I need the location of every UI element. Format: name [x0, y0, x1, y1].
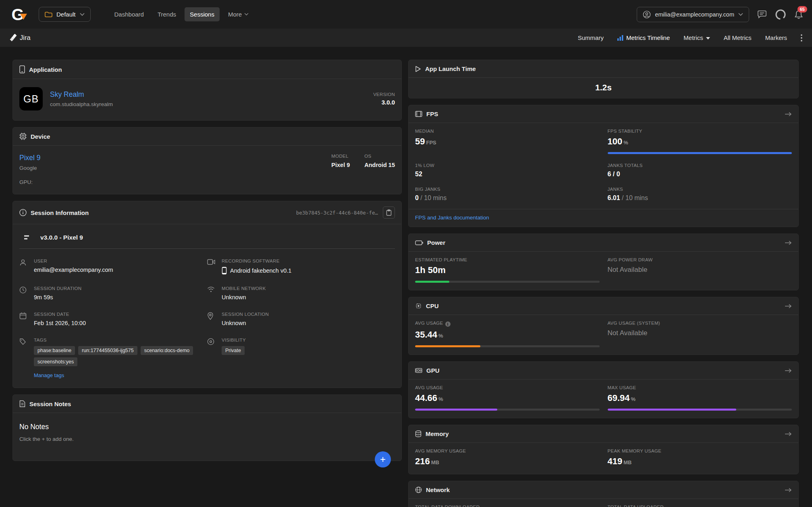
- feedback-button[interactable]: [757, 10, 767, 19]
- overflow-menu-button[interactable]: [801, 34, 802, 42]
- copy-session-id-button[interactable]: [383, 207, 395, 219]
- arrow-right-icon: [785, 368, 792, 373]
- folder-icon: [45, 11, 52, 18]
- left-column: Application GB Sky Realm com.studioalpha…: [12, 60, 402, 467]
- main-nav: Dashboard Trends Sessions More: [109, 7, 254, 21]
- manage-tags-link[interactable]: Manage tags: [34, 372, 64, 378]
- tag-chip: phase:baseline: [34, 346, 75, 355]
- field-visibility: VISIBILITY Private: [207, 338, 395, 379]
- battery-icon: [415, 240, 423, 245]
- version-value: 3.0.0: [373, 99, 395, 106]
- fps-low-stat: 1% LOW 52: [415, 163, 600, 178]
- big-janks-stat: BIG JANKS 0 / 10 mins: [415, 187, 600, 202]
- gpu-icon: [415, 367, 422, 373]
- globe-icon: [415, 486, 422, 493]
- janks-totals-stat: JANKS TOTALS 6 / 0: [608, 163, 792, 178]
- tag-chip: scenario:docs-demo: [141, 346, 193, 355]
- chevron-down-icon: [244, 13, 249, 16]
- gamebench-logo[interactable]: G: [9, 6, 27, 23]
- cpu-card: CPU AVG USAGEi 35.44% AVG USAGE (SYSTEM)…: [408, 297, 799, 355]
- tab-summary[interactable]: Summary: [578, 34, 604, 41]
- no-notes-text: No Notes: [19, 423, 395, 431]
- session-duration-value: 9m 59s: [34, 294, 81, 300]
- recording-software-label: RECORDING SOFTWARE: [222, 259, 291, 263]
- field-user: USER emilia@examplecompany.com: [19, 259, 207, 275]
- avg-power-draw-value: Not Available: [608, 266, 792, 274]
- document-icon: [19, 400, 25, 407]
- session-marker-icon: [23, 235, 31, 240]
- mobile-network-value: Unknown: [222, 294, 266, 300]
- user-label: USER: [34, 259, 113, 263]
- field-tags: TAGS phase:baselinerun:1774455036-ijg575…: [19, 338, 207, 379]
- android-phone-icon: [222, 267, 227, 275]
- tab-all-metrics[interactable]: All Metrics: [724, 34, 752, 41]
- gpu-avg-usage-stat: AVG USAGE 44.66%: [415, 385, 600, 411]
- loading-spinner: [775, 9, 786, 20]
- fps-detail-arrow[interactable]: [785, 112, 792, 117]
- user-menu[interactable]: emilia@examplecompany.com: [637, 7, 749, 22]
- info-icon[interactable]: i: [445, 321, 451, 327]
- janks-totals-value: 6 / 0: [608, 171, 792, 178]
- gpu-detail-arrow[interactable]: [785, 368, 792, 373]
- memory-detail-arrow[interactable]: [785, 432, 792, 436]
- notifications-button[interactable]: 65: [794, 10, 803, 19]
- fps-doc-link[interactable]: FPS and Janks documentation: [415, 215, 489, 221]
- tab-markers[interactable]: Markers: [765, 34, 787, 41]
- session-content: Application GB Sky Realm com.studioalpha…: [0, 47, 812, 507]
- memory-title: Memory: [426, 430, 449, 437]
- user-email: emilia@examplecompany.com: [655, 11, 734, 18]
- playtime-bar: [415, 281, 600, 283]
- no-notes-hint: Click the + to add one.: [19, 436, 395, 442]
- clock-icon: [19, 286, 27, 300]
- tab-metrics-dropdown[interactable]: Metrics: [683, 34, 710, 41]
- device-card-title: Device: [31, 133, 50, 140]
- nav-trends[interactable]: Trends: [152, 7, 181, 21]
- estimated-playtime-stat: ESTIMATED PLAYTIME 1h 50m: [415, 257, 600, 283]
- play-icon: [415, 66, 421, 72]
- add-note-button[interactable]: +: [375, 451, 391, 467]
- device-card: Device Pixel 9 Google GPU: MODEL Pixel 9…: [12, 127, 402, 194]
- user-value: emilia@examplecompany.com: [34, 267, 113, 273]
- chevron-down-icon: [738, 13, 743, 16]
- visibility-icon: [207, 338, 215, 379]
- fps-low-value: 52: [415, 171, 600, 178]
- fps-title: FPS: [426, 111, 438, 117]
- arrow-right-icon: [785, 112, 792, 117]
- power-detail-arrow[interactable]: [785, 240, 792, 245]
- field-mobile-network: MOBILE NETWORK Unknown: [207, 286, 395, 300]
- nav-sessions[interactable]: Sessions: [185, 7, 220, 21]
- peak-memory-value: 419: [608, 456, 623, 466]
- app-name-link[interactable]: Sky Realm: [50, 90, 113, 99]
- cpu-detail-arrow[interactable]: [785, 304, 792, 309]
- right-column: App Launch Time 1.2s FPS: [408, 60, 799, 507]
- kebab-icon: [801, 34, 802, 42]
- model-label: MODEL: [331, 154, 350, 159]
- device-gpu-label: GPU:: [19, 179, 41, 185]
- jira-icon: [10, 34, 17, 42]
- gpu-avg-bar: [415, 409, 600, 411]
- org-selector[interactable]: Default: [39, 7, 91, 22]
- cpu-system-usage-stat: AVG USAGE (SYSTEM) Not Available: [608, 321, 792, 347]
- tag-icon: [19, 338, 27, 379]
- session-date-value: Feb 1st 2026, 10:00: [34, 320, 86, 326]
- visibility-badge: Private: [222, 346, 245, 355]
- film-icon: [415, 111, 422, 117]
- tab-metrics-timeline[interactable]: Metrics Timeline: [617, 34, 670, 41]
- session-duration-label: SESSION DURATION: [34, 286, 81, 291]
- model-value: Pixel 9: [331, 162, 350, 168]
- session-location-label: SESSION LOCATION: [222, 312, 269, 317]
- network-title: Network: [426, 486, 450, 493]
- janks-stat: JANKS 6.01 / 10 mins: [608, 187, 792, 202]
- network-detail-arrow[interactable]: [785, 488, 792, 492]
- field-session-location: SESSION LOCATION Unknown: [207, 312, 395, 326]
- data-downloaded-stat: TOTAL DATA DOWNLOADED 8.6 MiB: [415, 505, 600, 507]
- os-label: OS: [364, 154, 395, 159]
- device-name-link[interactable]: Pixel 9: [19, 154, 41, 162]
- nav-more[interactable]: More: [223, 7, 254, 21]
- nav-dashboard[interactable]: Dashboard: [109, 7, 149, 21]
- video-camera-icon: [207, 259, 215, 275]
- session-date-label: SESSION DATE: [34, 312, 86, 317]
- gpu-max-usage-value: 69.94: [608, 393, 630, 403]
- janks-value: 6.01: [608, 194, 620, 201]
- wifi-icon: [207, 286, 215, 300]
